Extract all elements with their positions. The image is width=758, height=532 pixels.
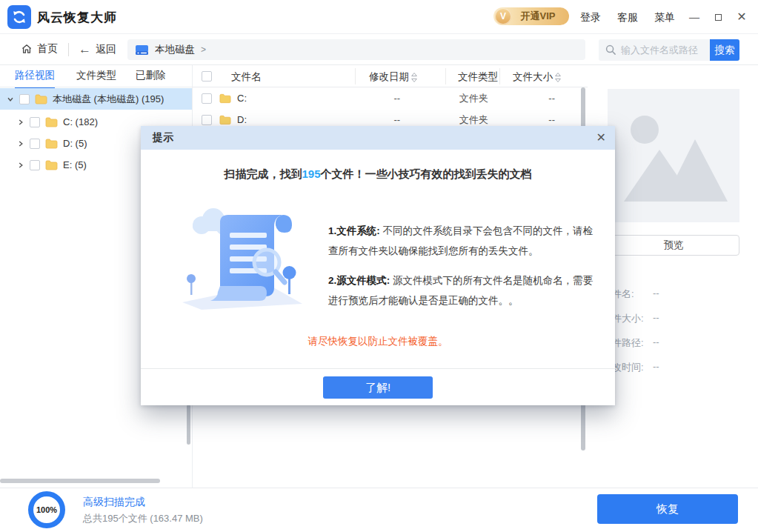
- back-button[interactable]: ← 返回: [79, 42, 116, 57]
- tip-label: 2.源文件模式:: [328, 275, 390, 286]
- column-header-name[interactable]: 文件名: [231, 70, 262, 84]
- column-header-size-label: 文件大小: [513, 70, 553, 84]
- sidebar-tabs: 路径视图 文件类型 已删除: [0, 65, 192, 87]
- horizontal-scrollbar-thumb[interactable]: [0, 479, 160, 483]
- app-window: 风云恢复大师 V 开通VIP 登录 客服 菜单 — ✕ 首页 ← 返回: [0, 0, 758, 532]
- scan-status-text: 高级扫描完成: [83, 496, 145, 509]
- file-size: --: [516, 114, 588, 125]
- tip-source-file-mode: 2.源文件模式: 源文件模式下的所有文件名是随机命名，需要进行预览后才能确认是否…: [328, 270, 594, 310]
- dialog-close-icon[interactable]: ✕: [596, 130, 606, 144]
- tab-path-view[interactable]: 路径视图: [15, 69, 55, 89]
- search-input[interactable]: [621, 44, 704, 56]
- progress-ring: 100%: [28, 491, 65, 528]
- vip-label: 开通VIP: [511, 10, 569, 23]
- select-all-checkbox[interactable]: [202, 71, 212, 82]
- scan-summary-text: 总共195个文件 (163.47 MB): [83, 512, 203, 525]
- home-label: 首页: [37, 42, 58, 56]
- image-placeholder-icon: [618, 104, 729, 207]
- checkbox[interactable]: [202, 115, 212, 125]
- headline-pre: 扫描完成，找到: [224, 167, 302, 180]
- app-logo-icon: [7, 5, 31, 29]
- file-type: 文件夹: [431, 113, 516, 127]
- nav-bar: 首页 ← 返回 本地磁盘 > 搜索: [0, 34, 758, 65]
- scan-illustration: [179, 199, 305, 313]
- back-arrow-icon: ←: [79, 42, 91, 57]
- login-link[interactable]: 登录: [580, 11, 601, 24]
- folder-icon: [45, 139, 58, 149]
- dialog-footer: 了解!: [141, 368, 615, 405]
- folder-icon: [35, 94, 47, 104]
- file-name: D:: [237, 114, 247, 125]
- dialog-headline: 扫描完成，找到195个文件！一些小技巧有效的找到丢失的文档: [141, 167, 615, 182]
- chevron-right-icon[interactable]: [16, 119, 25, 126]
- headline-count: 195: [302, 167, 320, 180]
- dialog-warning-text: 请尽快恢复以防止文件被覆盖。: [141, 335, 615, 348]
- folder-icon: [45, 117, 58, 127]
- dialog-title: 提示: [153, 131, 173, 144]
- vip-icon: V: [495, 8, 511, 24]
- breadcrumb: 本地磁盘 >: [127, 39, 585, 60]
- sidebar-scrollbar-thumb[interactable]: [187, 405, 190, 445]
- status-bar: 100% 高级扫描完成 总共195个文件 (163.47 MB) 恢复: [0, 488, 758, 532]
- recover-button[interactable]: 恢复: [597, 494, 738, 524]
- home-button[interactable]: 首页: [21, 42, 58, 56]
- folder-icon: [219, 93, 231, 104]
- column-header-date-label: 修改日期: [369, 70, 409, 84]
- title-bar: 风云恢复大师 V 开通VIP 登录 客服 菜单 — ✕: [0, 0, 758, 34]
- file-type: 文件夹: [431, 92, 516, 105]
- search-box: 搜索: [599, 39, 739, 61]
- folder-icon: [219, 115, 231, 125]
- tip-file-system: 1.文件系统: 不同的文件系统目录下会包含不同的文件，请检查所有文件夹以确保能找…: [328, 221, 594, 261]
- column-header-size[interactable]: 文件大小: [513, 70, 561, 84]
- checkbox[interactable]: [202, 93, 212, 104]
- folder-icon: [45, 160, 58, 170]
- confirm-button[interactable]: 了解!: [323, 376, 433, 399]
- sort-icon: [411, 73, 417, 82]
- customer-service-link[interactable]: 客服: [617, 11, 638, 24]
- headline-post: 个文件！一些小技巧有效的找到丢失的文档: [321, 167, 532, 180]
- back-label: 返回: [96, 43, 116, 56]
- table-header: 文件名 修改日期 文件类型 文件大小: [193, 65, 588, 87]
- chevron-right-icon[interactable]: [16, 162, 25, 169]
- scan-complete-dialog: 提示 ✕ 扫描完成，找到195个文件！一些小技巧有效的找到丢失的文档: [141, 126, 615, 405]
- search-button[interactable]: 搜索: [710, 39, 739, 61]
- checkbox[interactable]: [19, 94, 30, 104]
- close-button[interactable]: ✕: [734, 10, 750, 24]
- preview-button[interactable]: 预览: [608, 235, 739, 256]
- dialog-tips: 1.文件系统: 不同的文件系统目录下会包含不同的文件，请检查所有文件夹以确保能找…: [328, 221, 594, 310]
- chevron-down-icon[interactable]: [6, 96, 15, 103]
- progress-percent: 100%: [36, 505, 57, 514]
- file-date: --: [362, 114, 431, 125]
- disk-icon: [135, 44, 149, 56]
- chevron-right-icon[interactable]: [16, 140, 25, 147]
- divider: [445, 68, 446, 84]
- field-value: --: [653, 336, 659, 348]
- breadcrumb-item-disk[interactable]: 本地磁盘: [155, 43, 195, 56]
- app-title: 风云恢复大师: [37, 9, 117, 26]
- checkbox[interactable]: [30, 160, 40, 170]
- maximize-button[interactable]: [710, 10, 726, 24]
- checkbox[interactable]: [30, 117, 40, 127]
- field-value: --: [653, 287, 659, 299]
- tree-item-label: E: (5): [63, 159, 87, 170]
- divider: [68, 43, 69, 56]
- home-icon: [21, 43, 33, 55]
- table-row[interactable]: C: -- 文件夹 --: [193, 87, 588, 109]
- file-name: C:: [237, 93, 247, 104]
- tab-deleted[interactable]: 已删除: [136, 69, 166, 87]
- file-size: --: [516, 93, 588, 104]
- field-value: --: [653, 361, 659, 372]
- menu-link[interactable]: 菜单: [654, 11, 675, 24]
- minimize-button[interactable]: —: [686, 10, 702, 24]
- tree-item-label: 本地磁盘 (本地磁盘) (195): [53, 93, 164, 106]
- sort-icon: [555, 73, 561, 82]
- divider: [499, 68, 500, 84]
- vip-button[interactable]: V 开通VIP: [493, 7, 569, 25]
- tree-item-local-disk[interactable]: 本地磁盘 (本地磁盘) (195): [0, 88, 192, 110]
- file-date: --: [362, 93, 431, 104]
- tree-item-label: D: (5): [63, 138, 87, 149]
- checkbox[interactable]: [30, 139, 40, 149]
- tab-file-type[interactable]: 文件类型: [76, 69, 116, 87]
- column-header-type[interactable]: 文件类型: [458, 70, 498, 84]
- column-header-date[interactable]: 修改日期: [369, 70, 417, 84]
